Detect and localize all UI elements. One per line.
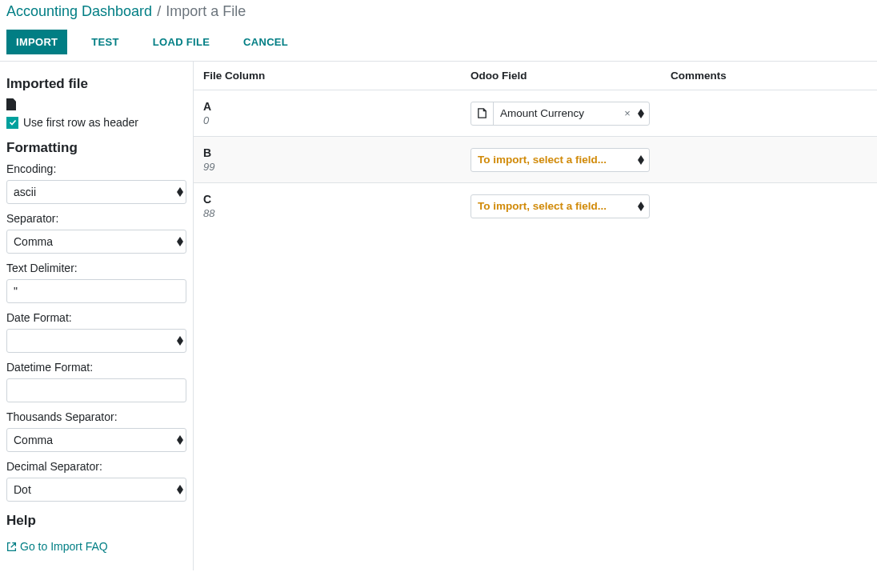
help-title: Help <box>6 513 186 529</box>
file-column-sample: 0 <box>203 114 471 126</box>
text-delimiter-label: Text Delimiter: <box>6 262 186 274</box>
datetime-format-input[interactable] <box>6 378 186 402</box>
import-faq-link[interactable]: Go to Import FAQ <box>6 540 108 553</box>
odoo-field-placeholder: To import, select a field... <box>471 154 635 166</box>
table-row: C88To import, select a field... <box>194 182 877 229</box>
checkbox-checked-icon[interactable] <box>6 117 18 129</box>
table-row: A0Amount Currency× <box>194 90 877 136</box>
thousands-separator-label: Thousands Separator: <box>6 410 186 423</box>
external-link-icon <box>6 542 17 552</box>
decimal-separator-select[interactable] <box>6 478 186 502</box>
date-format-label: Date Format: <box>6 311 186 324</box>
breadcrumb-current: Import a File <box>166 3 246 20</box>
col-header-comments: Comments <box>671 70 867 82</box>
encoding-label: Encoding: <box>6 162 186 175</box>
odoo-field-value: Amount Currency <box>494 107 620 119</box>
datetime-format-label: Datetime Format: <box>6 361 186 374</box>
cancel-button[interactable]: CANCEL <box>234 30 298 54</box>
table-row: B99To import, select a field... <box>194 136 877 182</box>
spinner-icon <box>635 155 649 165</box>
clear-field-icon[interactable]: × <box>620 107 635 119</box>
date-format-select[interactable] <box>6 329 186 353</box>
file-type-icon <box>471 102 494 125</box>
spinner-icon <box>635 202 649 211</box>
load-file-button[interactable]: LOAD FILE <box>143 30 219 54</box>
odoo-field-picker[interactable]: To import, select a field... <box>471 148 650 172</box>
breadcrumb-root-link[interactable]: Accounting Dashboard <box>6 3 152 20</box>
file-column-name: C <box>203 193 471 206</box>
odoo-field-picker[interactable]: Amount Currency× <box>471 102 650 126</box>
col-header-odoo-field: Odoo Field <box>471 70 671 82</box>
sidebar: Imported file Use first row as header Fo… <box>0 62 194 570</box>
separator-select[interactable] <box>6 230 186 254</box>
action-toolbar: IMPORT TEST LOAD FILE CANCEL <box>0 23 877 61</box>
file-column-name: A <box>203 100 471 113</box>
test-button[interactable]: TEST <box>82 30 128 54</box>
col-header-file-column: File Column <box>203 70 471 82</box>
file-icon <box>6 98 16 110</box>
file-column-name: B <box>203 146 471 159</box>
formatting-title: Formatting <box>6 140 186 156</box>
breadcrumb: Accounting Dashboard / Import a File <box>0 0 877 23</box>
decimal-separator-label: Decimal Separator: <box>6 460 186 473</box>
breadcrumb-separator: / <box>157 3 161 20</box>
import-faq-link-label: Go to Import FAQ <box>20 540 108 553</box>
encoding-select[interactable] <box>6 180 186 204</box>
spinner-icon <box>635 109 649 118</box>
thousands-separator-select[interactable] <box>6 428 186 452</box>
imported-file-title: Imported file <box>6 76 186 92</box>
use-first-row-checkbox-row[interactable]: Use first row as header <box>6 116 186 129</box>
use-first-row-label: Use first row as header <box>23 116 138 129</box>
text-delimiter-input[interactable] <box>6 279 186 303</box>
mapping-table: File Column Odoo Field Comments A0Amount… <box>194 62 877 570</box>
import-button[interactable]: IMPORT <box>6 30 67 54</box>
separator-label: Separator: <box>6 212 186 225</box>
file-column-sample: 88 <box>203 207 471 219</box>
odoo-field-picker[interactable]: To import, select a field... <box>471 194 650 218</box>
file-column-sample: 99 <box>203 161 471 173</box>
odoo-field-placeholder: To import, select a field... <box>471 200 635 212</box>
